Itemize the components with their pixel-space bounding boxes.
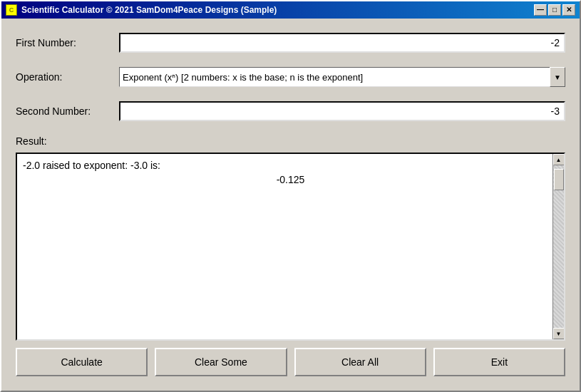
result-label: Result: (16, 135, 565, 147)
exit-button[interactable]: Exit (433, 348, 565, 376)
result-scrollbar: ▲ ▼ (552, 154, 564, 339)
operation-row: Operation: Exponent (xⁿ) [2 numbers: x i… (16, 67, 565, 87)
clear-all-button[interactable]: Clear All (294, 348, 426, 376)
content-area: First Number: Operation: Exponent (xⁿ) [… (1, 19, 580, 391)
buttons-row: Calculate Clear Some Clear All Exit (16, 341, 565, 380)
scroll-down-button[interactable]: ▼ (553, 328, 565, 339)
title-bar-controls: — □ ✕ (534, 4, 575, 16)
operation-select[interactable]: Exponent (xⁿ) [2 numbers: x is the base;… (119, 67, 565, 87)
title-bar-left: C Scientific Calculator © 2021 SamDom4Pe… (6, 4, 277, 16)
main-window: C Scientific Calculator © 2021 SamDom4Pe… (0, 0, 581, 392)
result-line1: -2.0 raised to exponent: -3.0 is: (23, 160, 558, 171)
result-line2: -0.125 (23, 174, 558, 185)
first-number-input[interactable] (119, 33, 565, 53)
second-number-label: Second Number: (16, 105, 119, 117)
close-button[interactable]: ✕ (562, 4, 575, 16)
clear-some-button[interactable]: Clear Some (155, 348, 287, 376)
scroll-up-button[interactable]: ▲ (553, 154, 565, 165)
window-title: Scientific Calculator © 2021 SamDom4Peac… (21, 5, 277, 15)
app-icon: C (6, 4, 17, 16)
scroll-thumb[interactable] (554, 169, 564, 190)
first-number-label: First Number: (16, 37, 119, 48)
second-number-row: Second Number: (16, 101, 565, 121)
title-bar: C Scientific Calculator © 2021 SamDom4Pe… (1, 1, 580, 19)
second-number-input[interactable] (119, 101, 565, 121)
operation-label: Operation: (16, 71, 119, 83)
minimize-button[interactable]: — (534, 4, 547, 16)
calculate-button[interactable]: Calculate (16, 348, 148, 376)
operation-select-wrapper: Exponent (xⁿ) [2 numbers: x is the base;… (119, 67, 565, 87)
scroll-track[interactable] (553, 165, 564, 328)
maximize-button[interactable]: □ (548, 4, 561, 16)
result-area: -2.0 raised to exponent: -3.0 is: -0.125… (16, 153, 565, 341)
first-number-row: First Number: (16, 33, 565, 53)
